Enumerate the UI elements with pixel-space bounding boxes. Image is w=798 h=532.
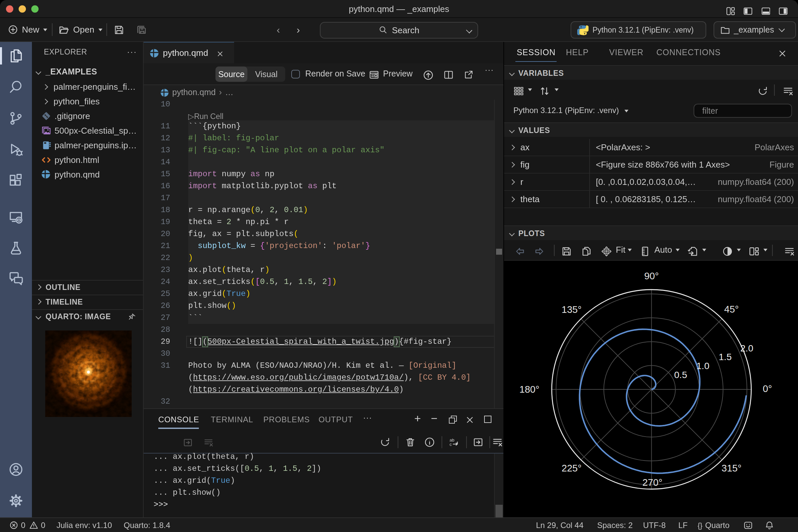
svg-text:90°: 90° xyxy=(644,271,659,281)
svg-text:1.0: 1.0 xyxy=(697,361,709,371)
svg-text:c: c xyxy=(450,442,452,447)
svg-text:1.5: 1.5 xyxy=(719,352,732,362)
svg-text:315°: 315° xyxy=(722,463,741,474)
svg-text:270°: 270° xyxy=(642,477,662,488)
svg-text:0.5: 0.5 xyxy=(674,370,687,380)
svg-text:45°: 45° xyxy=(724,304,739,315)
svg-text:0°: 0° xyxy=(763,383,772,394)
svg-text:180°: 180° xyxy=(519,384,539,395)
svg-text:225°: 225° xyxy=(562,463,582,474)
svg-text:135°: 135° xyxy=(562,304,582,315)
svg-text:2.0: 2.0 xyxy=(740,343,754,354)
